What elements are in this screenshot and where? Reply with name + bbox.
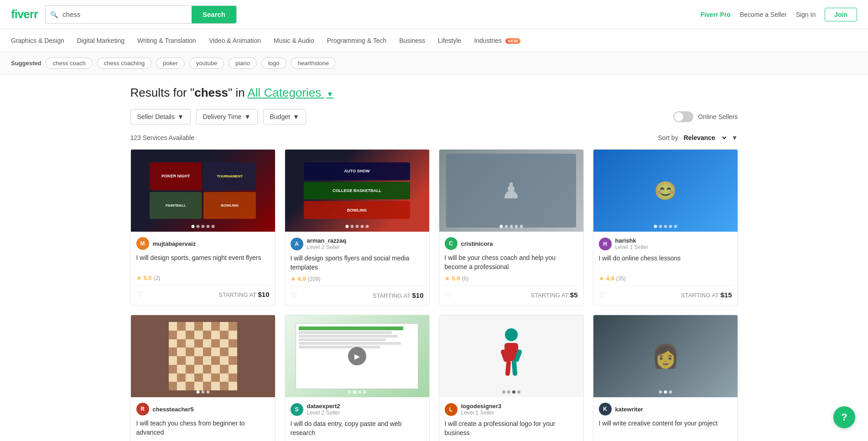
- rating-value: 5.0: [452, 275, 460, 282]
- seller-name: harishk: [615, 237, 649, 244]
- card-footer: ♡ STARTING AT $15: [599, 285, 732, 299]
- seller-info: K katewriter: [599, 403, 732, 415]
- price-section: STARTING AT $15: [681, 291, 732, 299]
- service-card[interactable]: (function(){ var colors = []; for(var r=…: [130, 315, 275, 441]
- seller-info: R chessteacher5: [136, 403, 270, 415]
- dot: [520, 225, 523, 228]
- dot: [348, 390, 351, 394]
- dot: [191, 225, 194, 228]
- service-card[interactable]: ♟ C cristinicora I will be your ch: [439, 149, 584, 306]
- dot: [659, 225, 662, 228]
- nav-item-video[interactable]: Video & Animation: [209, 35, 261, 46]
- card-title: I will do online chess lessons: [599, 254, 732, 271]
- dot: [512, 390, 515, 394]
- nav-item-industries[interactable]: Industries NEW: [474, 35, 520, 46]
- sort-select[interactable]: Relevance Best Selling Newest: [682, 134, 728, 142]
- dot: [669, 390, 672, 394]
- dot: [196, 225, 199, 228]
- chevron-down-icon: ▼: [244, 113, 251, 120]
- nav-item-graphics[interactable]: Graphics & Design: [11, 35, 64, 46]
- seller-details: katewriter: [615, 406, 643, 413]
- nav-item-lifestyle[interactable]: Lifestyle: [438, 35, 461, 46]
- card-dots: [348, 390, 366, 394]
- card-image-4: 😊: [593, 150, 738, 232]
- seller-name: katewriter: [615, 406, 643, 413]
- play-icon[interactable]: ▶: [348, 347, 366, 365]
- seller-details: chessteacher5: [153, 406, 194, 413]
- sort-wrap: Sort by Relevance Best Selling Newest ▼: [658, 134, 738, 142]
- join-button[interactable]: Join: [825, 8, 857, 21]
- tag-logo[interactable]: logo: [261, 57, 286, 69]
- nav-item-music[interactable]: Music & Audio: [274, 35, 314, 46]
- tag-chess-coach[interactable]: chess coach: [46, 57, 92, 69]
- card-body: A arman_razzaq Level 2 Seller I will des…: [285, 232, 429, 305]
- card-body: R chessteacher5 I will teach you chess f…: [131, 397, 275, 441]
- all-categories-link[interactable]: All Categories ▼: [247, 86, 333, 99]
- seller-details-filter[interactable]: Seller Details ▼: [130, 109, 191, 125]
- seller-level: Level 1 Seller: [461, 410, 502, 416]
- price-section: STARTING AT $5: [530, 291, 577, 299]
- rating-value: 5.0: [144, 275, 152, 281]
- suggested-bar: Suggested chess coach chess coaching pok…: [0, 52, 868, 75]
- avatar: M: [136, 237, 149, 250]
- nav-item-digital[interactable]: Digital Marketing: [77, 35, 125, 46]
- search-input[interactable]: [62, 10, 192, 18]
- favorite-icon[interactable]: ♡: [445, 291, 451, 299]
- service-card[interactable]: POKER NIGHT TOURNAMENT PAINTBALL BOWLING…: [130, 149, 275, 306]
- avatar: C: [445, 237, 457, 250]
- seller-name: chessteacher5: [153, 406, 194, 413]
- online-sellers-toggle[interactable]: [673, 111, 693, 122]
- service-card[interactable]: 👩 K katewriter I will write creative con…: [593, 315, 738, 441]
- help-button[interactable]: ?: [833, 406, 855, 428]
- fiverr-pro-link[interactable]: Fiverr Pro: [701, 11, 731, 18]
- card-image-6: ▶: [285, 315, 429, 397]
- search-query: chess: [194, 86, 228, 99]
- card-image-3: ♟: [439, 150, 583, 232]
- price-value: $5: [570, 291, 578, 299]
- service-count: 123 Services Available: [130, 134, 195, 141]
- card-footer: ♡ STARTING AT $5: [445, 285, 578, 299]
- dot: [507, 390, 510, 394]
- tag-youtube[interactable]: youtube: [189, 57, 224, 69]
- become-seller-link[interactable]: Become a Seller: [740, 11, 787, 18]
- dot: [674, 225, 677, 228]
- favorite-icon[interactable]: ♡: [291, 291, 297, 300]
- service-card[interactable]: L logodesigner3 Level 1 Seller I will cr…: [439, 315, 584, 441]
- dot: [509, 225, 513, 228]
- sign-in-link[interactable]: Sign In: [796, 11, 816, 18]
- service-card[interactable]: ▶ S dataexpert2 Level 2 Seller I will do…: [285, 315, 430, 441]
- delivery-time-filter[interactable]: Delivery Time ▼: [196, 109, 258, 125]
- favorite-icon[interactable]: ♡: [136, 290, 143, 299]
- chevron-down-icon: ▼: [293, 113, 299, 120]
- favorite-icon[interactable]: ♡: [599, 291, 605, 299]
- nav-item-programming[interactable]: Programming & Tech: [327, 35, 386, 46]
- tag-poker[interactable]: poker: [156, 57, 185, 69]
- dot: [206, 225, 209, 228]
- dot: [502, 390, 505, 394]
- tag-chess-coaching[interactable]: chess coaching: [97, 57, 152, 69]
- tag-piano[interactable]: piano: [229, 57, 257, 69]
- cards-grid: POKER NIGHT TOURNAMENT PAINTBALL BOWLING…: [130, 149, 738, 441]
- search-button[interactable]: Search: [192, 5, 236, 24]
- budget-filter[interactable]: Budget ▼: [263, 109, 306, 125]
- dot: [664, 225, 667, 228]
- starting-at-label: STARTING AT: [530, 292, 570, 299]
- avatar: R: [136, 403, 149, 415]
- card-image-7: [439, 315, 583, 397]
- card-image-2: AUTO SHOW COLLEGE BASKETBALL BOWLING: [285, 150, 429, 232]
- logo[interactable]: fiverr: [11, 7, 38, 21]
- service-card[interactable]: AUTO SHOW COLLEGE BASKETBALL BOWLING A a…: [285, 149, 430, 306]
- service-card[interactable]: 😊 H harishk Level 1 Seller I w: [593, 149, 738, 306]
- nav-item-business[interactable]: Business: [399, 35, 425, 46]
- tag-hearthstone[interactable]: hearthstone: [291, 57, 336, 69]
- seller-details: arman_razzaq Level 2 Seller: [307, 237, 347, 250]
- seller-name: dataexpert2: [307, 403, 340, 410]
- nav-item-writing[interactable]: Writing & Translation: [137, 35, 196, 46]
- header-right: Fiverr Pro Become a Seller Sign In Join: [701, 8, 857, 21]
- dot: [350, 225, 353, 228]
- starting-at-label: STARTING AT: [373, 292, 412, 299]
- dot: [211, 225, 214, 228]
- star-icon: ★: [599, 275, 604, 282]
- header: fiverr 🔍 Search Fiverr Pro Become a Sell…: [0, 0, 868, 29]
- new-badge: NEW: [505, 38, 520, 44]
